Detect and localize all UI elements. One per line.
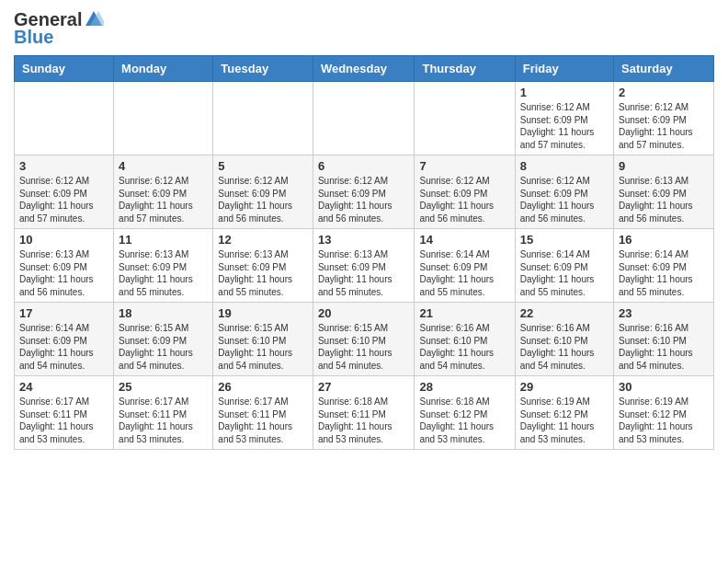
day-number: 26 [218,380,308,394]
day-info: Sunrise: 6:13 AM Sunset: 6:09 PM Dayligh… [619,175,709,224]
calendar-cell-5-2: 25Sunrise: 6:17 AM Sunset: 6:11 PM Dayli… [114,376,213,450]
calendar-week-3: 10Sunrise: 6:13 AM Sunset: 6:09 PM Dayli… [15,229,714,303]
day-number: 23 [619,306,709,320]
logo-arrow-icon [84,9,104,28]
day-number: 22 [520,306,609,320]
day-number: 28 [419,380,509,394]
calendar-cell-4-3: 19Sunrise: 6:15 AM Sunset: 6:10 PM Dayli… [213,303,313,376]
col-saturday: Saturday [614,56,714,82]
day-number: 14 [419,233,509,247]
day-info: Sunrise: 6:12 AM Sunset: 6:09 PM Dayligh… [520,101,609,151]
calendar-header-row: Sunday Monday Tuesday Wednesday Thursday… [15,56,714,82]
calendar-cell-1-3 [213,82,313,155]
day-info: Sunrise: 6:15 AM Sunset: 6:09 PM Dayligh… [119,322,208,372]
day-info: Sunrise: 6:14 AM Sunset: 6:09 PM Dayligh… [419,248,509,298]
day-info: Sunrise: 6:13 AM Sunset: 6:09 PM Dayligh… [318,248,410,298]
page: General Blue Sunday Monday Tuesday Wedne… [0,0,728,464]
day-info: Sunrise: 6:13 AM Sunset: 6:09 PM Dayligh… [19,248,108,298]
day-number: 3 [19,159,108,173]
day-info: Sunrise: 6:16 AM Sunset: 6:10 PM Dayligh… [619,322,709,372]
day-info: Sunrise: 6:12 AM Sunset: 6:09 PM Dayligh… [520,175,609,224]
day-info: Sunrise: 6:13 AM Sunset: 6:09 PM Dayligh… [218,248,308,298]
day-info: Sunrise: 6:14 AM Sunset: 6:09 PM Dayligh… [19,322,108,372]
calendar-cell-5-7: 30Sunrise: 6:19 AM Sunset: 6:12 PM Dayli… [614,376,714,450]
calendar-cell-1-6: 1Sunrise: 6:12 AM Sunset: 6:09 PM Daylig… [515,82,613,155]
calendar-cell-1-7: 2Sunrise: 6:12 AM Sunset: 6:09 PM Daylig… [614,82,714,155]
day-info: Sunrise: 6:12 AM Sunset: 6:09 PM Dayligh… [419,175,509,224]
calendar-week-5: 24Sunrise: 6:17 AM Sunset: 6:11 PM Dayli… [15,376,714,450]
calendar-cell-2-2: 4Sunrise: 6:12 AM Sunset: 6:09 PM Daylig… [114,155,213,229]
calendar-cell-3-4: 13Sunrise: 6:13 AM Sunset: 6:09 PM Dayli… [313,229,415,303]
calendar-cell-4-1: 17Sunrise: 6:14 AM Sunset: 6:09 PM Dayli… [15,303,114,376]
calendar-cell-4-6: 22Sunrise: 6:16 AM Sunset: 6:10 PM Dayli… [515,303,613,376]
day-number: 6 [318,159,410,173]
day-number: 25 [119,380,208,394]
day-info: Sunrise: 6:12 AM Sunset: 6:09 PM Dayligh… [619,101,709,151]
col-friday: Friday [515,56,613,82]
col-monday: Monday [114,56,213,82]
calendar-cell-3-2: 11Sunrise: 6:13 AM Sunset: 6:09 PM Dayli… [114,229,213,303]
day-number: 7 [419,159,509,173]
header: General Blue [14,9,714,48]
day-number: 2 [619,86,709,99]
calendar-cell-4-4: 20Sunrise: 6:15 AM Sunset: 6:10 PM Dayli… [313,303,415,376]
day-number: 29 [520,380,609,394]
calendar-cell-2-6: 8Sunrise: 6:12 AM Sunset: 6:09 PM Daylig… [515,155,613,229]
day-info: Sunrise: 6:19 AM Sunset: 6:12 PM Dayligh… [619,396,709,445]
calendar-week-4: 17Sunrise: 6:14 AM Sunset: 6:09 PM Dayli… [15,303,714,376]
day-number: 18 [119,306,208,320]
calendar-cell-5-1: 24Sunrise: 6:17 AM Sunset: 6:11 PM Dayli… [15,376,114,450]
calendar-table: Sunday Monday Tuesday Wednesday Thursday… [14,55,714,450]
day-info: Sunrise: 6:12 AM Sunset: 6:09 PM Dayligh… [119,175,208,224]
logo-blue-label: Blue [14,27,53,48]
calendar-cell-4-5: 21Sunrise: 6:16 AM Sunset: 6:10 PM Dayli… [415,303,515,376]
day-info: Sunrise: 6:18 AM Sunset: 6:12 PM Dayligh… [419,396,509,445]
calendar-week-1: 1Sunrise: 6:12 AM Sunset: 6:09 PM Daylig… [15,82,714,155]
calendar-week-2: 3Sunrise: 6:12 AM Sunset: 6:09 PM Daylig… [15,155,714,229]
col-tuesday: Tuesday [213,56,313,82]
calendar-cell-5-5: 28Sunrise: 6:18 AM Sunset: 6:12 PM Dayli… [415,376,515,450]
day-number: 20 [318,306,410,320]
day-number: 5 [218,159,308,173]
day-info: Sunrise: 6:16 AM Sunset: 6:10 PM Dayligh… [520,322,609,372]
day-info: Sunrise: 6:15 AM Sunset: 6:10 PM Dayligh… [318,322,410,372]
day-info: Sunrise: 6:18 AM Sunset: 6:11 PM Dayligh… [318,396,410,445]
day-info: Sunrise: 6:19 AM Sunset: 6:12 PM Dayligh… [520,396,609,445]
calendar-cell-2-5: 7Sunrise: 6:12 AM Sunset: 6:09 PM Daylig… [415,155,515,229]
day-info: Sunrise: 6:17 AM Sunset: 6:11 PM Dayligh… [119,396,208,445]
day-number: 27 [318,380,410,394]
col-thursday: Thursday [415,56,515,82]
day-number: 21 [419,306,509,320]
day-info: Sunrise: 6:16 AM Sunset: 6:10 PM Dayligh… [419,322,509,372]
calendar-cell-2-4: 6Sunrise: 6:12 AM Sunset: 6:09 PM Daylig… [313,155,415,229]
day-number: 12 [218,233,308,247]
logo: General Blue [14,9,104,48]
col-wednesday: Wednesday [313,56,415,82]
calendar-cell-3-5: 14Sunrise: 6:14 AM Sunset: 6:09 PM Dayli… [415,229,515,303]
calendar-cell-1-4 [313,82,415,155]
day-info: Sunrise: 6:17 AM Sunset: 6:11 PM Dayligh… [19,396,108,445]
calendar-cell-4-2: 18Sunrise: 6:15 AM Sunset: 6:09 PM Dayli… [114,303,213,376]
day-info: Sunrise: 6:14 AM Sunset: 6:09 PM Dayligh… [520,248,609,298]
calendar-cell-5-3: 26Sunrise: 6:17 AM Sunset: 6:11 PM Dayli… [213,376,313,450]
day-number: 17 [19,306,108,320]
day-number: 1 [520,86,609,99]
day-number: 13 [318,233,410,247]
calendar-cell-2-3: 5Sunrise: 6:12 AM Sunset: 6:09 PM Daylig… [213,155,313,229]
day-number: 8 [520,159,609,173]
day-number: 15 [520,233,609,247]
day-info: Sunrise: 6:12 AM Sunset: 6:09 PM Dayligh… [318,175,410,224]
day-info: Sunrise: 6:13 AM Sunset: 6:09 PM Dayligh… [119,248,208,298]
calendar-cell-3-6: 15Sunrise: 6:14 AM Sunset: 6:09 PM Dayli… [515,229,613,303]
day-info: Sunrise: 6:17 AM Sunset: 6:11 PM Dayligh… [218,396,308,445]
day-info: Sunrise: 6:12 AM Sunset: 6:09 PM Dayligh… [19,175,108,224]
day-number: 16 [619,233,709,247]
calendar-cell-5-4: 27Sunrise: 6:18 AM Sunset: 6:11 PM Dayli… [313,376,415,450]
calendar-cell-3-3: 12Sunrise: 6:13 AM Sunset: 6:09 PM Dayli… [213,229,313,303]
calendar-cell-1-1 [15,82,114,155]
day-number: 19 [218,306,308,320]
day-number: 10 [19,233,108,247]
calendar-cell-2-7: 9Sunrise: 6:13 AM Sunset: 6:09 PM Daylig… [614,155,714,229]
calendar-cell-5-6: 29Sunrise: 6:19 AM Sunset: 6:12 PM Dayli… [515,376,613,450]
day-info: Sunrise: 6:15 AM Sunset: 6:10 PM Dayligh… [218,322,308,372]
